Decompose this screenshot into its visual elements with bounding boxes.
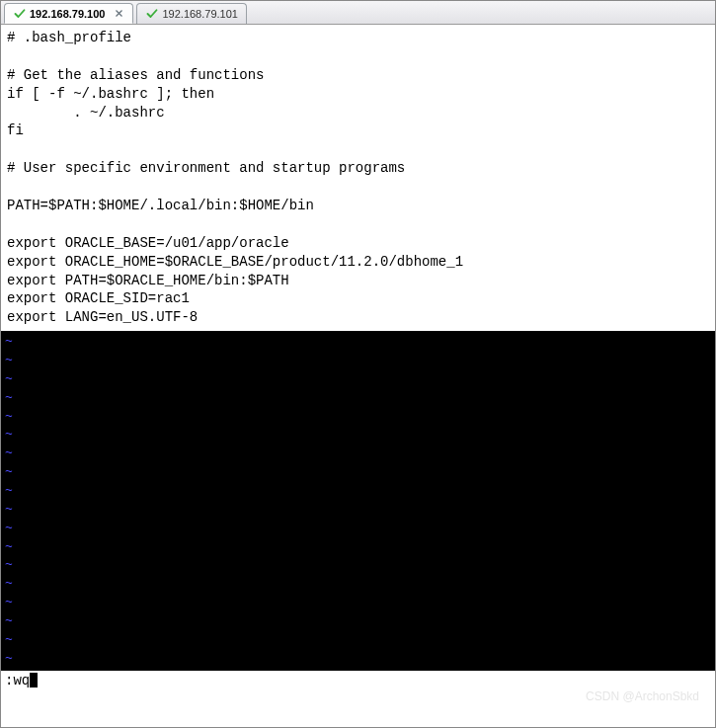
close-icon[interactable] [113, 8, 124, 20]
check-icon [13, 7, 26, 20]
empty-line-markers: ~ ~ ~ ~ ~ ~ ~ ~ ~ ~ ~ ~ ~ ~ ~ ~ ~ ~ [1, 331, 716, 670]
terminal-editor[interactable]: # .bash_profile # Get the aliases and fu… [1, 25, 716, 689]
command-text: :wq [5, 673, 30, 688]
check-icon [145, 8, 158, 21]
tab-label: 192.168.79.100 [30, 8, 105, 20]
file-content: # .bash_profile # Get the aliases and fu… [1, 25, 716, 331]
tab-host-100[interactable]: 192.168.79.100 [4, 3, 133, 24]
tab-bar: 192.168.79.100 192.168.79.101 [1, 1, 716, 25]
tab-host-101[interactable]: 192.168.79.101 [136, 3, 246, 24]
tab-label: 192.168.79.101 [162, 8, 237, 20]
vim-command-line[interactable]: :wq [1, 670, 716, 689]
watermark-text: CSDN @ArchonSbkd [586, 689, 699, 703]
cursor-icon [30, 673, 38, 688]
